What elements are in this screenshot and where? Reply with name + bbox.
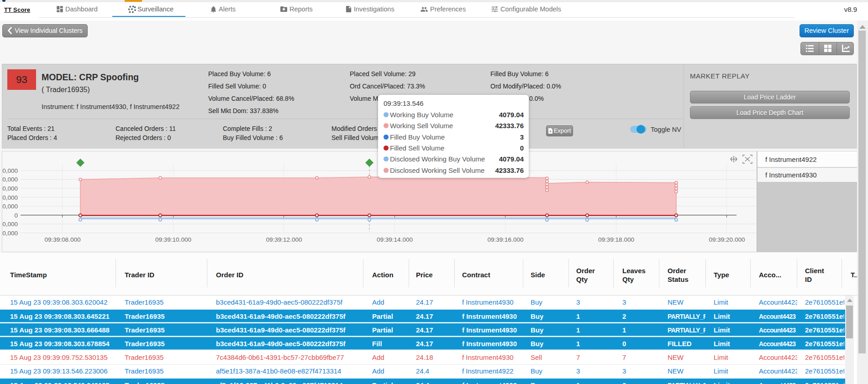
- svg-text:0,000: 0,000: [2, 176, 18, 183]
- svg-text:09:39:16.000: 09:39:16.000: [488, 236, 524, 243]
- svg-text:0,000: 0,000: [2, 185, 18, 192]
- svg-text:0,000: 0,000: [2, 167, 18, 174]
- svg-text:09:39:10.000: 09:39:10.000: [155, 236, 191, 243]
- svg-text:09:39:12.000: 09:39:12.000: [266, 236, 302, 243]
- svg-text:0,000: 0,000: [2, 194, 18, 201]
- svg-text:0,000: 0,000: [2, 221, 18, 228]
- svg-text:0,000: 0,000: [2, 230, 18, 237]
- svg-text:09:39:20.000: 09:39:20.000: [709, 236, 745, 243]
- svg-text:09:39:08.000: 09:39:08.000: [45, 236, 81, 243]
- svg-text:0: 0: [14, 212, 18, 219]
- svg-text:0,000: 0,000: [2, 203, 18, 210]
- svg-text:09:39:18.000: 09:39:18.000: [598, 236, 634, 243]
- svg-text:09:39:14.000: 09:39:14.000: [377, 236, 413, 243]
